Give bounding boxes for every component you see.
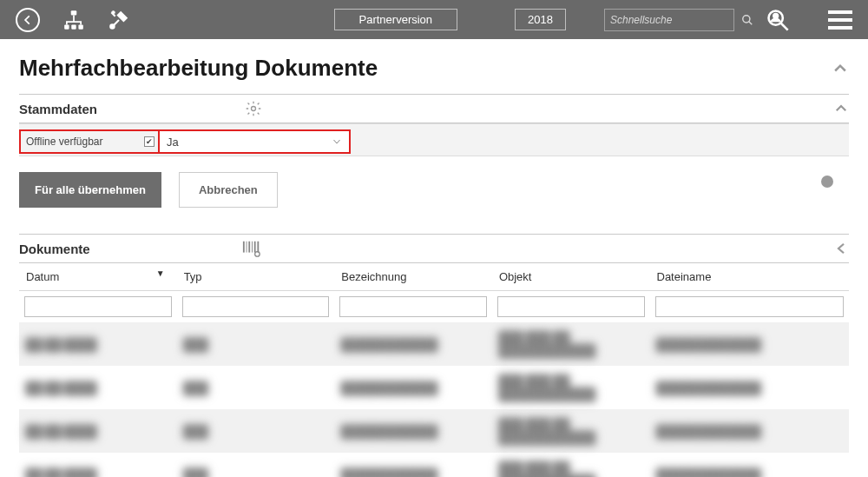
svg-rect-2 <box>71 24 76 29</box>
apply-all-button[interactable]: Für alle übernehmen <box>19 172 161 208</box>
collapse-page-icon[interactable] <box>832 60 849 77</box>
col-objekt[interactable]: Objekt <box>492 263 650 291</box>
table-row[interactable]: ██.██.████ ███ ████████████ ███ ███ ██ █… <box>19 453 849 477</box>
col-datum[interactable]: Datum▼ <box>19 263 177 291</box>
quick-search-box[interactable] <box>604 9 734 31</box>
quick-search-input[interactable] <box>610 14 741 26</box>
year-button[interactable]: 2018 <box>515 9 566 30</box>
sitemap-icon[interactable] <box>62 9 85 31</box>
svg-rect-15 <box>253 242 255 253</box>
filter-row <box>19 291 849 323</box>
table-row[interactable]: ██.██.████ ███ ████████████ ███ ███ ██ █… <box>19 366 849 409</box>
svg-point-10 <box>252 107 256 111</box>
barcode-icon[interactable] <box>242 240 261 257</box>
partner-version-button[interactable]: Partnerversion <box>334 9 458 30</box>
filter-datum[interactable] <box>24 296 172 317</box>
svg-point-17 <box>254 252 260 257</box>
chevron-down-icon <box>332 136 342 147</box>
cancel-button[interactable]: Abbrechen <box>179 172 278 208</box>
svg-line-6 <box>749 21 753 24</box>
offline-available-select[interactable]: Ja <box>160 131 349 152</box>
section-header-dokumente: Dokumente <box>19 234 849 263</box>
table-row[interactable]: ██.██.████ ███ ████████████ ███ ███ ██ █… <box>19 409 849 453</box>
svg-point-9 <box>773 14 778 18</box>
offline-available-label-cell: Offline verfügbar ✔ <box>21 131 160 152</box>
search-icon[interactable] <box>741 14 753 26</box>
documents-table: Datum▼ Typ Bezeichnung Objekt Dateiname … <box>19 263 849 477</box>
filter-bezeichnung[interactable] <box>339 296 487 317</box>
page-title: Mehrfachbearbeitung Dokumente <box>19 55 378 82</box>
section-label-dokumente: Dokumente <box>19 242 90 256</box>
sort-desc-icon: ▼ <box>156 268 165 278</box>
filter-objekt[interactable] <box>497 296 645 317</box>
section-label-stammdaten: Stammdaten <box>19 102 97 116</box>
svg-rect-12 <box>246 242 247 253</box>
svg-rect-1 <box>64 24 69 29</box>
offline-available-row: Offline verfügbar ✔ Ja <box>19 129 351 154</box>
svg-rect-14 <box>252 242 253 253</box>
offline-available-value: Ja <box>167 136 179 149</box>
svg-rect-16 <box>257 242 259 253</box>
tools-icon[interactable] <box>108 9 130 31</box>
col-typ[interactable]: Typ <box>177 263 335 291</box>
back-button[interactable] <box>16 8 40 32</box>
section-header-stammdaten: Stammdaten <box>19 94 849 123</box>
col-dateiname[interactable]: Dateiname <box>650 263 850 291</box>
offline-available-label: Offline verfügbar <box>26 136 103 148</box>
person-search-icon[interactable] <box>766 8 790 32</box>
svg-point-4 <box>110 24 114 28</box>
offline-available-checkbox[interactable]: ✔ <box>144 136 155 147</box>
svg-rect-3 <box>78 24 82 29</box>
status-dot <box>821 176 833 188</box>
svg-line-8 <box>781 23 788 30</box>
gear-icon[interactable] <box>245 100 262 117</box>
svg-rect-0 <box>71 10 77 15</box>
svg-rect-13 <box>248 242 250 253</box>
collapse-stammdaten-icon[interactable] <box>833 101 849 116</box>
svg-point-5 <box>743 15 750 22</box>
table-row[interactable]: ██.██.████ ███ ████████████ ███ ███ ██ █… <box>19 322 849 366</box>
filter-typ[interactable] <box>182 296 330 317</box>
svg-rect-11 <box>243 242 245 253</box>
col-bezeichnung[interactable]: Bezeichnung <box>334 263 492 291</box>
collapse-dokumente-icon[interactable] <box>833 241 849 256</box>
filter-dateiname[interactable] <box>655 296 845 317</box>
topbar: Partnerversion 2018 <box>0 0 868 39</box>
menu-icon[interactable] <box>828 10 852 30</box>
